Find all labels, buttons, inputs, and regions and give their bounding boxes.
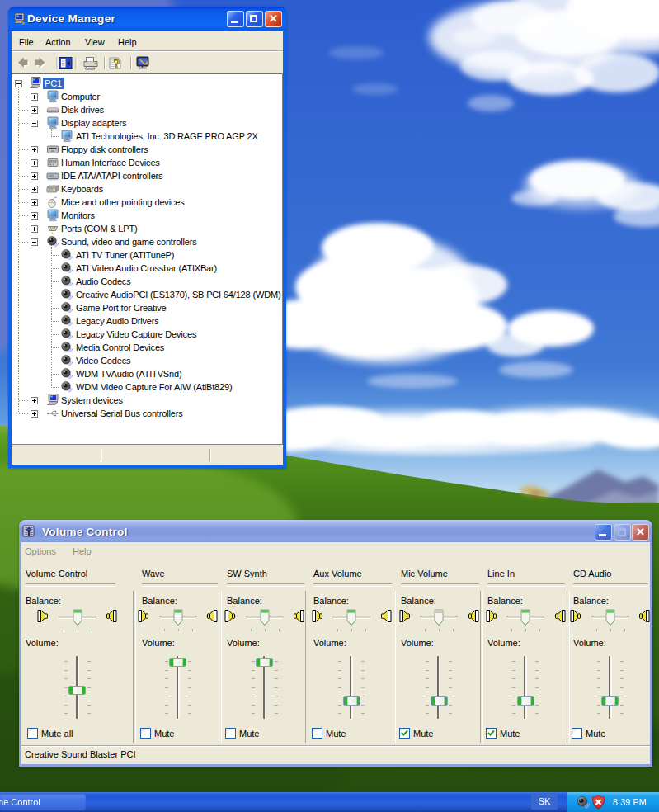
svg-text:?: ? — [114, 56, 121, 71]
